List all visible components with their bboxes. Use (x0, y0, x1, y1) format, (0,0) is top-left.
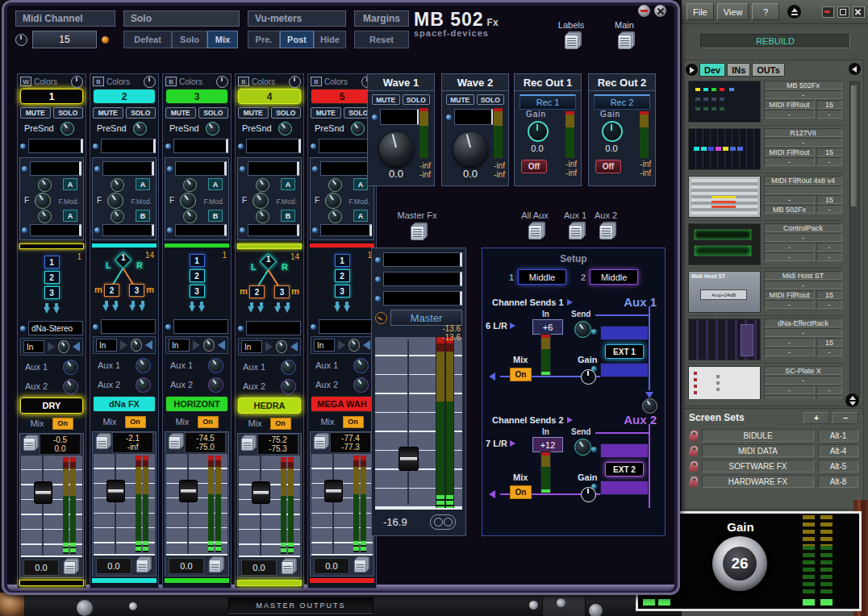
lock-icon[interactable] (689, 431, 698, 441)
channel-mode-badge[interactable]: B (238, 77, 249, 86)
mute-button[interactable]: MUTE (238, 107, 269, 119)
ext-button[interactable]: EXT 2 (605, 462, 644, 477)
routing-node[interactable]: 1 (44, 256, 60, 268)
margins-reset-button[interactable]: Reset (354, 31, 409, 48)
device-field[interactable]: - (764, 281, 842, 289)
fader-value[interactable]: 0.0 (23, 560, 59, 576)
channel-name-display[interactable]: dNa-Stereo (28, 321, 83, 335)
minimize-button[interactable] (822, 6, 834, 18)
master-fx-doc-icon[interactable] (411, 226, 424, 240)
fx-name-button[interactable]: DRY (20, 397, 83, 414)
screen-set-shortcut[interactable]: Alt-8 (818, 475, 858, 488)
device-field[interactable]: - (816, 157, 842, 166)
aux2-send-knob[interactable] (136, 377, 151, 393)
vu-pre-button[interactable]: Pre. (248, 31, 280, 48)
device-name[interactable]: ControlPack (764, 223, 842, 232)
mod-knob-top[interactable] (328, 178, 342, 192)
routing-node[interactable]: 3 (335, 285, 350, 298)
fx-slot-display[interactable] (30, 224, 81, 236)
device-name[interactable]: dNa-EffectRack (764, 318, 842, 327)
device-midi-channel[interactable]: 15 (816, 290, 842, 299)
tab-outs[interactable]: OUTs (752, 63, 785, 77)
screen-set-name[interactable]: HARDWARE FX (702, 475, 814, 488)
routing-diagram[interactable]: 1 1 2 3 1 L R m (19, 252, 84, 320)
aux1-send-knob[interactable] (281, 360, 296, 375)
fx-slot-display[interactable] (248, 224, 299, 236)
channel-number-bar[interactable]: 2 (93, 89, 156, 104)
input-knob[interactable] (58, 340, 69, 353)
mod-b-button[interactable]: B (208, 210, 223, 222)
input-selector[interactable]: In (238, 338, 301, 356)
device-field[interactable] (764, 185, 842, 194)
device-thumbnail[interactable] (688, 366, 761, 399)
setup1-selector[interactable]: Middle (518, 269, 566, 285)
device-entry[interactable]: SC-Plate X - - - (686, 364, 844, 399)
device-name[interactable]: R127VII (764, 128, 842, 137)
rec-gain-knob[interactable] (602, 121, 623, 142)
device-field[interactable]: - (764, 90, 842, 99)
fader-zone[interactable] (94, 454, 155, 556)
master-fx-slot[interactable] (383, 252, 462, 267)
scrollbar-thumb[interactable] (851, 85, 857, 206)
screen-set-name[interactable]: BIDULE (702, 429, 814, 442)
preset-doc-icon[interactable] (241, 438, 253, 451)
input-knob[interactable] (203, 339, 215, 352)
remove-screen-set-button[interactable]: – (833, 412, 858, 424)
device-midi-route[interactable]: - (764, 385, 815, 394)
input-selector[interactable]: In (165, 336, 228, 354)
mod-knob-bottom[interactable] (183, 210, 197, 223)
aux-fx-slot[interactable] (600, 443, 649, 458)
routing-node[interactable]: 3 (129, 284, 144, 297)
routing-node[interactable]: 3 (274, 285, 290, 298)
device-entry[interactable]: ControlPack - - - - - (686, 221, 844, 268)
preset-doc-icon[interactable] (96, 436, 108, 449)
device-entry[interactable]: R127VII - MIDI FilRout 15 - - (686, 126, 844, 173)
mute-button[interactable]: MUTE (165, 107, 196, 119)
device-field[interactable]: - (764, 328, 842, 337)
device-midi-route[interactable]: MIDI FilRout (764, 148, 815, 156)
device-field[interactable] (816, 395, 842, 399)
presnd-knob[interactable] (61, 122, 74, 135)
view-menu[interactable]: View (717, 3, 749, 20)
mod-b-button[interactable]: A (63, 210, 77, 222)
aux2-send-knob[interactable] (281, 379, 296, 394)
aux1-send-knob[interactable] (208, 358, 223, 373)
device-thumbnail[interactable] (688, 81, 761, 123)
rebuild-button[interactable]: REBUILD (700, 34, 850, 48)
preset-doc-icon[interactable] (169, 436, 181, 449)
channel-mode-badge[interactable]: B (165, 77, 177, 86)
routing-node[interactable]: 1 (190, 254, 205, 267)
aux1-send-knob[interactable] (136, 358, 151, 373)
rec-off-button[interactable]: Off (595, 160, 621, 173)
mix-on-toggle[interactable]: On (52, 418, 73, 430)
mod-a-button[interactable]: A (353, 178, 368, 190)
mod-a-button[interactable]: A (208, 178, 223, 190)
device-midi-route[interactable]: MIDI FilRout (764, 290, 815, 299)
mod-knob-top[interactable] (38, 178, 52, 192)
fader-zone[interactable] (239, 456, 300, 557)
aux1-doc-icon[interactable] (569, 225, 582, 239)
rec-select-button[interactable]: Rec 1 (520, 94, 576, 110)
device-name[interactable]: SC-Plate X (764, 366, 842, 375)
mod-knob-top[interactable] (256, 178, 269, 192)
routing-node[interactable]: 1 (335, 254, 350, 267)
mute-button[interactable]: MUTE (93, 107, 123, 119)
device-midi-channel[interactable]: 15 (816, 100, 842, 109)
aux-fx-slot[interactable] (600, 363, 649, 377)
mod-knob-bottom[interactable] (38, 210, 52, 223)
presnd-knob[interactable] (351, 122, 365, 135)
wave-volume-knob[interactable] (453, 132, 487, 166)
colors-knob-icon[interactable] (216, 76, 228, 88)
scroll-updown-icon[interactable] (845, 393, 859, 407)
device-field[interactable]: MB 502Fx (764, 205, 815, 214)
device-midi-channel[interactable]: - (816, 385, 842, 394)
device-entry[interactable]: MIDI FilRout 4x8 v4 - 15 MB 502Fx - (686, 173, 844, 221)
mod-a-button[interactable]: A (63, 178, 77, 190)
frequency-knob[interactable] (107, 193, 123, 209)
routing-diagram[interactable]: 1 1 2 3 1 L R m (310, 251, 374, 318)
input-knob[interactable] (131, 339, 142, 352)
presnd-knob[interactable] (133, 122, 147, 135)
tab-dev[interactable]: Dev (699, 63, 725, 77)
fx-slot-display[interactable] (28, 139, 83, 153)
fader-value[interactable]: 0.0 (314, 558, 349, 574)
